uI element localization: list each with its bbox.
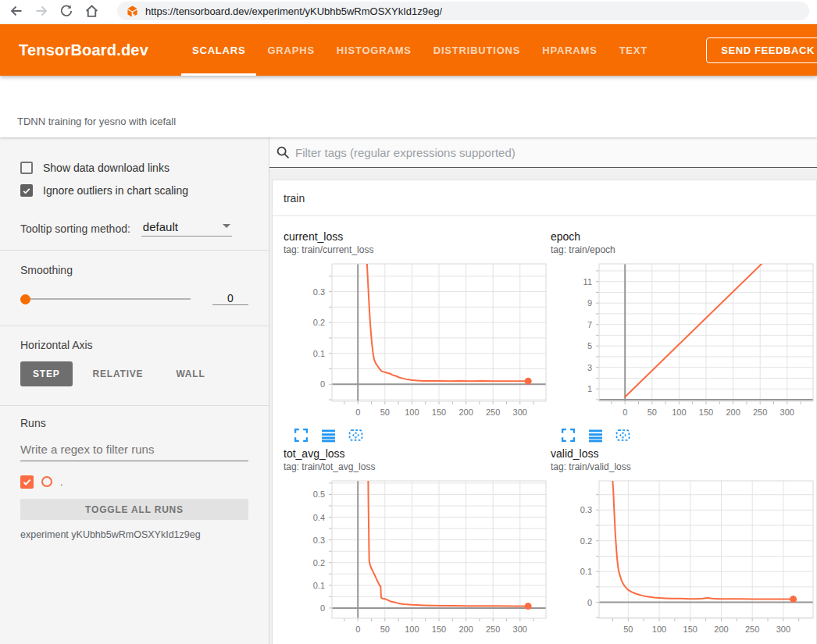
svg-text:250: 250 <box>745 624 759 634</box>
expand-chart-icon[interactable] <box>561 428 576 443</box>
url-text: https://tensorboard.dev/experiment/yKUbh… <box>145 5 442 17</box>
app-title: TensorBoard.dev <box>19 41 148 59</box>
app-header: TensorBoard.dev SCALARSGRAPHSHISTOGRAMSD… <box>0 24 817 76</box>
svg-text:300: 300 <box>780 407 794 417</box>
axis-step-button[interactable]: STEP <box>20 361 73 386</box>
general-settings-section: Show data download linksIgnore outliers … <box>0 137 269 250</box>
line-chart[interactable]: 00.10.20.350100150200250300 <box>551 479 815 637</box>
svg-text:0.2: 0.2 <box>313 558 325 568</box>
svg-text:50: 50 <box>648 407 657 417</box>
chart-block: current_losstag: train/current_loss00.10… <box>284 230 549 443</box>
smoothing-value-input[interactable] <box>212 292 248 305</box>
line-chart[interactable]: 1357911050100150200250300 <box>551 262 815 420</box>
reload-icon[interactable] <box>55 1 78 21</box>
chart-title: tot_avg_loss <box>284 447 549 460</box>
tab-label: TEXT <box>619 44 648 56</box>
run-checkbox[interactable] <box>20 475 34 489</box>
fit-domain-icon[interactable] <box>615 428 630 443</box>
settings-checkbox-row[interactable]: Ignore outliers in chart scaling <box>20 182 248 199</box>
charts-grid: current_losstag: train/current_loss00.10… <box>273 216 816 644</box>
experiment-caption: experiment yKUbhb5wRmOSXYkId1z9eg <box>20 529 248 540</box>
chevron-down-icon <box>223 224 230 228</box>
experiment-title: TDNN training for yesno with icefall <box>17 116 176 127</box>
tab-graphs[interactable]: GRAPHS <box>256 24 325 76</box>
svg-text:250: 250 <box>486 407 500 417</box>
svg-text:200: 200 <box>714 624 728 634</box>
runs-label: Runs <box>20 417 248 429</box>
tooltip-sorting-value: default <box>143 220 178 233</box>
log-scale-toggle-icon[interactable] <box>321 428 336 443</box>
expand-chart-icon[interactable] <box>294 428 309 443</box>
filter-tags-input[interactable] <box>295 146 817 159</box>
send-feedback-button[interactable]: SEND FEEDBACK <box>706 37 817 63</box>
slider-thumb[interactable] <box>20 294 30 304</box>
settings-checkbox-row[interactable]: Show data download links <box>20 159 248 176</box>
url-bar[interactable]: https://tensorboard.dev/experiment/yKUbh… <box>117 2 809 20</box>
smoothing-slider[interactable] <box>20 294 191 304</box>
tab-distributions[interactable]: DISTRIBUTIONS <box>423 24 532 76</box>
svg-text:0.3: 0.3 <box>313 287 325 297</box>
axis-relative-button[interactable]: RELATIVE <box>80 361 156 386</box>
back-icon[interactable] <box>5 1 28 21</box>
tab-histograms[interactable]: HISTOGRAMS <box>326 24 423 76</box>
svg-text:0.1: 0.1 <box>313 349 325 358</box>
tag-group-card: train current_losstag: train/current_los… <box>272 180 817 644</box>
svg-text:100: 100 <box>672 407 686 417</box>
chart-toolbar <box>551 428 816 443</box>
svg-text:200: 200 <box>458 407 473 417</box>
toggle-all-runs-button[interactable]: TOGGLE ALL RUNS <box>20 499 248 520</box>
slider-track <box>20 298 191 300</box>
sidebar-checkbox-list: Show data download linksIgnore outliers … <box>20 159 248 199</box>
svg-text:7: 7 <box>587 320 592 329</box>
tag-group-header[interactable]: train <box>273 180 816 216</box>
svg-text:0: 0 <box>587 598 592 607</box>
svg-text:3: 3 <box>587 363 592 372</box>
search-icon <box>276 145 290 159</box>
log-scale-toggle-icon[interactable] <box>588 428 603 443</box>
svg-text:300: 300 <box>776 624 790 634</box>
svg-text:50: 50 <box>623 624 633 634</box>
chart-tag: tag: train/tot_avg_loss <box>284 461 549 472</box>
tab-scalars[interactable]: SCALARS <box>181 24 256 76</box>
tag-group-label: train <box>284 192 305 205</box>
svg-text:9: 9 <box>587 298 592 308</box>
chart-block: valid_losstag: train/valid_loss00.10.20.… <box>551 447 816 644</box>
svg-text:150: 150 <box>699 407 713 417</box>
tooltip-sorting-label: Tooltip sorting method: <box>20 222 130 237</box>
run-list: . <box>20 473 248 490</box>
svg-text:0.3: 0.3 <box>313 535 325 545</box>
tab-label: HPARAMS <box>542 44 597 56</box>
fit-domain-icon[interactable] <box>348 428 363 443</box>
svg-text:250: 250 <box>486 624 500 634</box>
horizontal-axis-label: Horizontal Axis <box>20 339 248 351</box>
svg-text:200: 200 <box>458 624 473 634</box>
browser-toolbar: https://tensorboard.dev/experiment/yKUbh… <box>0 0 817 24</box>
tooltip-sorting-dropdown[interactable]: default <box>141 220 232 237</box>
home-icon[interactable] <box>80 1 103 21</box>
tooltip-sorting-row: Tooltip sorting method: default <box>20 220 248 237</box>
horizontal-axis-section: Horizontal Axis STEPRELATIVEWALL <box>0 326 269 405</box>
subheader: TDNN training for yesno with icefall <box>0 76 817 137</box>
svg-text:0.1: 0.1 <box>580 567 592 576</box>
svg-text:0.4: 0.4 <box>313 513 325 522</box>
axis-wall-button[interactable]: WALL <box>163 361 217 386</box>
unchecked-checkbox[interactable] <box>20 162 33 174</box>
svg-text:5: 5 <box>587 341 592 350</box>
svg-text:150: 150 <box>432 624 446 634</box>
checked-checkbox[interactable] <box>20 184 33 197</box>
content: Show data download linksIgnore outliers … <box>0 137 817 644</box>
run-row[interactable]: . <box>20 473 248 490</box>
tab-label: HISTOGRAMS <box>337 44 412 56</box>
svg-text:100: 100 <box>405 624 419 634</box>
main-panel: train current_losstag: train/current_los… <box>269 137 817 644</box>
runs-filter-input[interactable] <box>20 441 248 461</box>
line-chart[interactable]: 00.10.20.3050100150200250300 <box>284 262 548 420</box>
forward-icon[interactable] <box>30 1 53 21</box>
svg-text:0.5: 0.5 <box>313 489 325 499</box>
line-chart[interactable]: 00.10.20.30.40.5050100150200250300 <box>284 479 548 637</box>
svg-text:11: 11 <box>583 277 592 286</box>
tab-text[interactable]: TEXT <box>608 24 658 76</box>
chart-block: epochtag: train/epoch1357911050100150200… <box>551 230 816 443</box>
tab-hparams[interactable]: HPARAMS <box>531 24 608 76</box>
checkbox-label: Ignore outliers in chart scaling <box>43 184 188 197</box>
